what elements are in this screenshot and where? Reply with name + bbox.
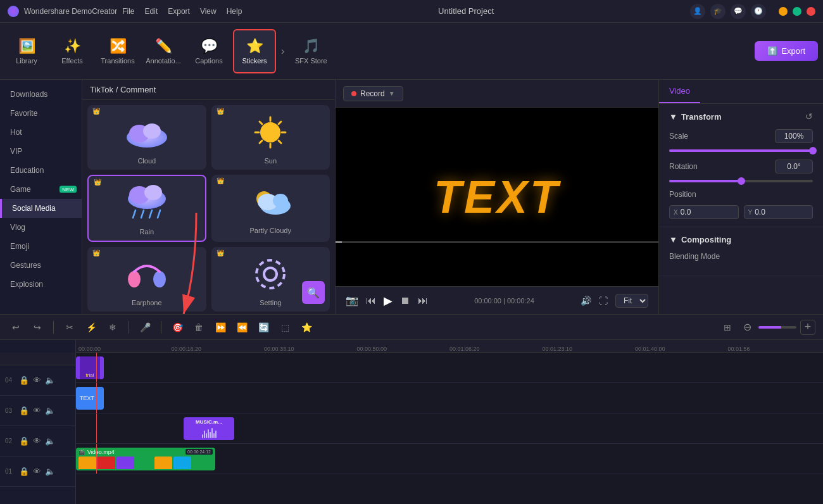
search-button[interactable]: 🔍 xyxy=(302,281,325,304)
track-lock-01[interactable]: 🔒 xyxy=(19,467,29,476)
track-eye-04[interactable]: 👁 xyxy=(33,375,41,385)
track-eye-01[interactable]: 👁 xyxy=(33,467,41,476)
clip-text[interactable]: TEXT xyxy=(76,387,104,410)
sticker-sun[interactable]: 👑 Sun xyxy=(211,105,330,170)
sticker-earphone[interactable]: 👑 Earphone xyxy=(87,247,206,312)
fit-select[interactable]: Fit xyxy=(615,294,648,308)
tool-library[interactable]: 🖼️ Library xyxy=(5,29,48,73)
export-button[interactable]: ⬆️ Export xyxy=(755,41,818,61)
track-lock-03[interactable]: 🔒 xyxy=(19,406,29,415)
minimize-button[interactable]: — xyxy=(779,7,788,16)
ruler-mark-3: 00:00:50:00 xyxy=(357,346,450,352)
sidebar-item-social-media[interactable]: Social Media xyxy=(0,199,82,218)
skip-back-icon[interactable]: ⏮ xyxy=(366,295,376,306)
tool-annotations[interactable]: ✏️ Annotatio... xyxy=(142,29,185,73)
sidebar-item-vip[interactable]: VIP xyxy=(0,142,82,161)
zoom-out-button[interactable]: ⊖ xyxy=(739,320,755,335)
preview-controls: 📷 ⏮ ▶ ⏹ ⏭ 00:00:00 | 00:00:24 🔊 ⛶ Fit xyxy=(336,286,658,314)
redo-button[interactable]: ↪ xyxy=(29,319,46,336)
track-lock-02[interactable]: 🔒 xyxy=(19,436,29,446)
play-button[interactable]: ▶ xyxy=(384,294,393,308)
reverse-button[interactable]: ⏪ xyxy=(234,319,250,336)
menu-file[interactable]: File xyxy=(122,7,134,16)
track-label-04: 04 🔒 👁 🔈 xyxy=(0,365,75,396)
menu-help[interactable]: Help xyxy=(227,7,242,16)
undo-button[interactable]: ↩ xyxy=(8,319,24,336)
position-y-field[interactable]: Y 0.0 xyxy=(744,205,814,219)
tool-transitions[interactable]: 🔀 Transitions xyxy=(96,29,139,73)
freeze-button[interactable]: ❄ xyxy=(104,319,121,336)
position-x-field[interactable]: X 0.0 xyxy=(669,205,739,219)
sidebar-item-downloads[interactable]: Downloads xyxy=(0,85,82,104)
clip-video[interactable]: 🎬 Video.mp4 00:00:24:12 xyxy=(76,448,215,470)
sidebar-item-hot[interactable]: Hot xyxy=(0,123,82,142)
effects-timeline-button[interactable]: ⭐ xyxy=(298,319,315,336)
zoom-in-button[interactable]: + xyxy=(800,320,815,335)
rotation-value[interactable]: 0.0° xyxy=(775,160,813,173)
sidebar-item-education[interactable]: Education xyxy=(0,161,82,180)
menu-export[interactable]: Export xyxy=(168,7,190,16)
user-icon[interactable]: 👤 xyxy=(690,4,705,19)
sticker-rain[interactable]: 👑 xyxy=(87,175,206,242)
mic-button[interactable]: 🎤 xyxy=(137,319,153,336)
sticker-partly-cloudy[interactable]: 👑 Partly Cloudy xyxy=(211,175,330,242)
annotations-icon: ✏️ xyxy=(155,38,172,54)
maximize-button[interactable]: □ xyxy=(793,7,801,16)
menu-view[interactable]: View xyxy=(200,7,217,16)
sidebar-item-game[interactable]: Game NEW xyxy=(0,180,82,199)
sticker-partly-cloudy-img xyxy=(245,180,296,224)
toolbar-more[interactable]: › xyxy=(279,46,287,57)
track-eye-02[interactable]: 👁 xyxy=(33,436,41,446)
menu-edit[interactable]: Edit xyxy=(145,7,158,16)
tool-captions[interactable]: 💬 Captions xyxy=(187,29,230,73)
crop-button[interactable]: ⬚ xyxy=(277,319,293,336)
clip-sticker[interactable]: trial xyxy=(76,356,104,379)
track-eye-03[interactable]: 👁 xyxy=(33,406,41,415)
tool-stickers[interactable]: ⭐ Stickers xyxy=(233,29,276,73)
stop-button[interactable]: ⏹ xyxy=(400,295,410,306)
sidebar-item-explosion[interactable]: Explosion xyxy=(0,275,82,294)
cut-button[interactable]: ✂ xyxy=(61,319,78,336)
sticker-cloud[interactable]: 👑 Cloud xyxy=(87,105,206,170)
track-audio-01[interactable]: 🔈 xyxy=(45,467,55,476)
transform-header[interactable]: ▼ Transform ↺ xyxy=(669,111,813,122)
track-label-02: 02 🔒 👁 🔈 xyxy=(0,426,75,457)
close-button[interactable]: ✕ xyxy=(807,7,815,16)
record-button[interactable]: Record ▼ xyxy=(343,86,403,101)
motion-button[interactable]: 🔄 xyxy=(255,319,272,336)
skip-forward-icon[interactable]: ⏭ xyxy=(418,295,428,306)
track-audio-04[interactable]: 🔈 xyxy=(45,375,55,385)
track-audio-03[interactable]: 🔈 xyxy=(45,406,55,415)
scale-slider-thumb[interactable] xyxy=(809,147,817,154)
track-04-content: trial xyxy=(76,353,823,383)
volume-icon[interactable]: 🔊 xyxy=(581,296,591,306)
marker-button[interactable]: 🎯 xyxy=(169,319,185,336)
delete-button[interactable]: 🗑 xyxy=(191,319,207,336)
track-lock-04[interactable]: 🔒 xyxy=(19,375,29,385)
scale-slider[interactable] xyxy=(669,149,813,152)
notification-icon[interactable]: 💬 xyxy=(731,4,746,19)
sidebar-item-gestures[interactable]: Gestures xyxy=(0,256,82,275)
timeline-ruler: 00:00:00 00:00:16:20 00:00:33:10 00:00:5… xyxy=(76,340,823,353)
fullscreen-icon[interactable]: ⛶ xyxy=(599,296,608,306)
sidebar-item-favorite[interactable]: Favorite xyxy=(0,104,82,123)
rotation-slider-thumb[interactable] xyxy=(738,177,745,185)
screenshot-icon[interactable]: 📷 xyxy=(346,294,358,306)
reset-icon[interactable]: ↺ xyxy=(805,111,813,122)
sidebar-item-vlog[interactable]: Vlog xyxy=(0,218,82,237)
speed-button[interactable]: ⏩ xyxy=(212,319,229,336)
add-track-button[interactable]: ⊞ xyxy=(719,319,736,336)
tab-video[interactable]: Video xyxy=(659,80,700,103)
help-icon[interactable]: 🎓 xyxy=(710,4,726,19)
track-audio-02[interactable]: 🔈 xyxy=(45,436,55,446)
history-icon[interactable]: 🕐 xyxy=(751,4,766,19)
split-button[interactable]: ⚡ xyxy=(83,319,99,336)
tool-effects[interactable]: ✨ Effects xyxy=(51,29,94,73)
clip-audio[interactable]: MUSIC.m... xyxy=(184,417,234,440)
tool-sfxstore[interactable]: 🎵 SFX Store xyxy=(289,29,332,73)
scale-value[interactable]: 100% xyxy=(775,129,813,143)
rotation-slider[interactable] xyxy=(669,180,813,182)
compositing-header[interactable]: ▼ Compositing xyxy=(669,235,813,244)
zoom-slider[interactable] xyxy=(758,326,796,329)
sidebar-item-emoji[interactable]: Emoji xyxy=(0,237,82,256)
